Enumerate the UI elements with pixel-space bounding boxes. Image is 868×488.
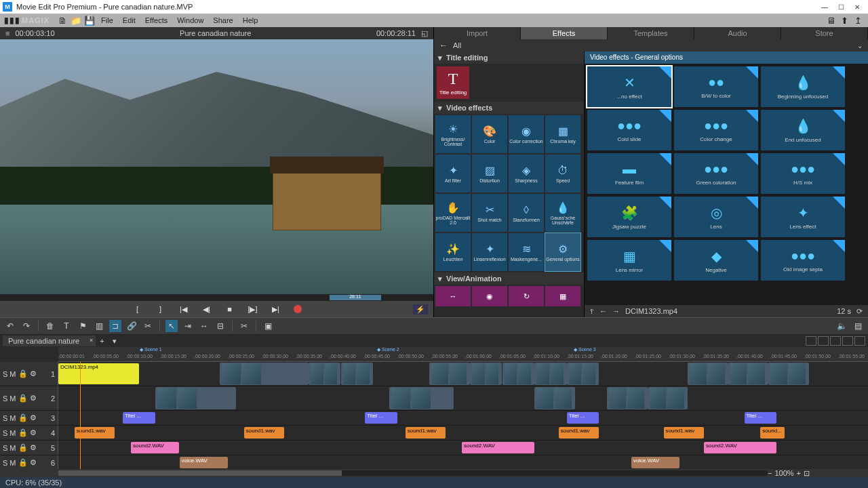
timeline-clip[interactable]: sound1.wav xyxy=(664,427,705,439)
timeline-clip[interactable] xyxy=(607,387,648,409)
track-lane[interactable]: voice.WAVvoice.WAV xyxy=(58,455,868,469)
go-start-button[interactable]: |◀ xyxy=(178,304,189,314)
export-icon[interactable]: ⬆ xyxy=(838,15,850,26)
view-mode-3[interactable] xyxy=(830,336,841,346)
effect-category-tile[interactable]: ▨Distortion xyxy=(472,155,507,192)
tab-templates[interactable]: Templates xyxy=(608,27,694,39)
video-preview[interactable] xyxy=(0,39,433,294)
effect-preset-tile[interactable]: 💧Beginning unfocused xyxy=(761,66,845,107)
effect-preset-tile[interactable]: ✕...no effect xyxy=(587,66,671,107)
add-tab-button[interactable]: + xyxy=(96,337,108,345)
group-button[interactable]: ▥ xyxy=(93,320,105,332)
track-lane[interactable]: DCIM1323.mp4 xyxy=(58,362,868,386)
link-button[interactable]: 🔗 xyxy=(125,320,138,332)
tab-audio[interactable]: Audio xyxy=(694,27,781,39)
effect-preset-tile[interactable]: ●●●Color change xyxy=(674,110,758,150)
title-button[interactable]: T xyxy=(60,320,73,332)
tree-section-title-editing[interactable]: ▾Title editing xyxy=(434,52,584,64)
effect-category-tile[interactable]: ✨Leuchten xyxy=(435,233,471,271)
track-header[interactable]: SM🔒⚙6 xyxy=(0,455,58,469)
ungroup-button[interactable]: ⊐ xyxy=(109,320,121,332)
unlink-button[interactable]: ✂ xyxy=(142,320,154,332)
back-icon[interactable]: ← xyxy=(439,41,448,50)
effect-category-tile[interactable]: ✦Art filter xyxy=(435,155,471,192)
timeline-clip[interactable]: sound2.WAV xyxy=(462,442,534,453)
view-mode-2[interactable] xyxy=(818,336,829,346)
timeline-tab[interactable]: Pure canadian nature× xyxy=(3,336,96,346)
effect-preset-tile[interactable]: ✦Lens effect xyxy=(761,197,845,237)
effect-category-tile[interactable]: ✦Linsenreflexion xyxy=(472,233,507,271)
effect-category-tile[interactable]: ✂Shot match xyxy=(472,194,507,232)
timeline-clip[interactable] xyxy=(648,387,688,409)
timeline-clip[interactable]: DCIM1323.mp4 xyxy=(58,363,139,384)
zoom-out-button[interactable]: − xyxy=(768,469,772,477)
stretch-tool[interactable]: ↔ xyxy=(198,320,210,332)
scene-marker[interactable]: ◆ Scene 2 xyxy=(377,347,399,352)
pin-icon[interactable]: ⫯ xyxy=(590,307,594,315)
record-button[interactable] xyxy=(294,305,302,313)
timeline-clip[interactable]: voice.WAV xyxy=(180,457,228,468)
view-mode-5[interactable] xyxy=(854,336,865,346)
snap-button[interactable]: ▣ xyxy=(262,320,274,332)
effect-category-tile[interactable]: ⚙General options xyxy=(545,233,580,271)
menu-edit[interactable]: Edit xyxy=(119,16,140,24)
refresh-icon[interactable]: ⟳ xyxy=(856,307,863,316)
tab-store[interactable]: Store xyxy=(781,27,868,39)
new-icon[interactable]: 🗎 xyxy=(56,15,68,26)
nav-fwd-icon[interactable]: → xyxy=(612,307,620,315)
effect-preset-tile[interactable]: 🧩Jigsaw puzzle xyxy=(587,197,671,237)
mute-button[interactable]: 🔈 xyxy=(835,320,848,332)
nav-back-icon[interactable]: ← xyxy=(599,307,607,315)
effect-preset-tile[interactable]: ●●●Cold slide xyxy=(587,110,671,150)
effect-preset-tile[interactable]: ◆Negative xyxy=(674,240,758,281)
view-mode-1[interactable] xyxy=(806,336,816,346)
popout-icon[interactable]: ◱ xyxy=(421,29,428,38)
tab-effects[interactable]: Effects xyxy=(521,27,608,39)
zoom-fit-button[interactable]: ⊡ xyxy=(804,469,810,478)
timeline-clip[interactable]: voice.WAV xyxy=(631,457,679,468)
effects-filter-dropdown[interactable]: All xyxy=(453,41,857,49)
track-lane[interactable] xyxy=(58,386,868,410)
timeline-clip[interactable] xyxy=(429,363,470,385)
stop-button[interactable]: ■ xyxy=(224,304,235,314)
timeline-clip[interactable] xyxy=(341,363,374,385)
marker-button[interactable]: ⚑ xyxy=(77,320,89,332)
tab-import[interactable]: Import xyxy=(434,27,521,39)
close-button[interactable]: ✕ xyxy=(849,3,865,11)
effect-preset-tile[interactable]: ●●●Old image sepia xyxy=(761,240,845,281)
anim-tile[interactable]: ↔ xyxy=(435,286,471,306)
timeline-clip[interactable] xyxy=(534,363,567,385)
playhead[interactable] xyxy=(80,362,81,469)
timeline-clip[interactable]: sound... xyxy=(760,427,785,439)
effect-category-tile[interactable]: ◈Sharpness xyxy=(509,155,544,192)
tree-section-video-effects[interactable]: ▾Video effects xyxy=(434,102,584,114)
timeline-clip[interactable]: Titel ... xyxy=(567,412,599,424)
timeline-clip[interactable] xyxy=(534,387,575,409)
timeline-clip[interactable] xyxy=(688,363,728,385)
timeline-clip[interactable] xyxy=(389,387,454,409)
go-end-button[interactable]: ▶| xyxy=(271,304,281,314)
title-editing-tile[interactable]: TTitle editing xyxy=(437,66,469,99)
prev-frame-button[interactable]: ◀| xyxy=(201,304,212,314)
timeline-clip[interactable]: sound2.WAV xyxy=(131,442,179,453)
effect-category-tile[interactable]: ≋Maskengene... xyxy=(509,233,544,271)
flash-icon[interactable]: ⚡ xyxy=(413,304,428,314)
menu-file[interactable]: File xyxy=(97,16,117,24)
anim-tile[interactable]: ▦ xyxy=(545,286,580,306)
effect-category-tile[interactable]: ☀Brightness/ Contrast xyxy=(435,115,471,153)
effect-preset-tile[interactable]: ▦Lens mirror xyxy=(587,240,671,281)
timeline-clip[interactable] xyxy=(220,363,309,385)
timeline-clip[interactable] xyxy=(567,363,599,385)
effect-preset-tile[interactable]: ▬Feature film xyxy=(587,153,671,194)
play-button[interactable]: [▶] xyxy=(248,304,258,314)
effect-category-tile[interactable]: ⏱Speed xyxy=(545,155,580,192)
effect-category-tile[interactable]: 💧Gauss'sche Unschärfe xyxy=(545,194,580,232)
open-icon[interactable]: 📁 xyxy=(70,15,82,26)
scene-marker[interactable]: ◆ Scene 1 xyxy=(140,347,162,352)
zoom-in-button[interactable]: + xyxy=(797,469,801,477)
chevron-down-icon[interactable]: ⌄ xyxy=(857,42,863,49)
timeline-clip[interactable] xyxy=(502,363,535,385)
undo-button[interactable]: ↶ xyxy=(4,320,16,332)
timeline-clip[interactable] xyxy=(768,363,809,385)
track-header[interactable]: SM🔒⚙3 xyxy=(0,411,58,425)
